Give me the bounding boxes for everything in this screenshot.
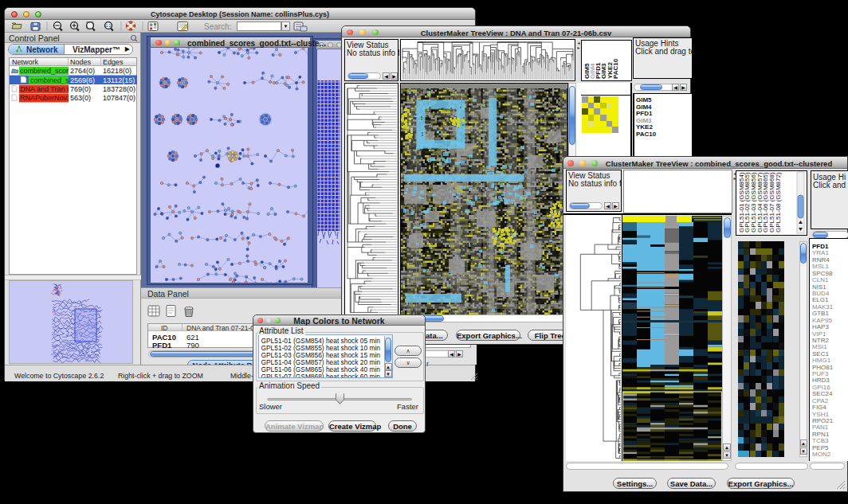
- svg-text:563(0): 563(0): [70, 94, 91, 102]
- svg-text:PAC10: PAC10: [612, 58, 619, 79]
- svg-text:2764(0): 2764(0): [70, 66, 95, 74]
- svg-text:107847(0): 107847(0): [103, 94, 135, 102]
- svg-text:183728(0): 183728(0): [103, 84, 135, 92]
- svg-text:GPL51-08 (GSM872): GPL51-08 (GSM872): [775, 172, 782, 232]
- svg-text:DNA and Tran 07: DNA and Tran 07: [20, 84, 75, 92]
- svg-text:13112(15): 13112(15): [103, 76, 135, 84]
- svg-text:2569(6): 2569(6): [70, 76, 95, 84]
- svg-text:769(0): 769(0): [70, 84, 91, 92]
- svg-text:RNAPuberNov2+!: RNAPuberNov2+!: [20, 94, 77, 102]
- svg-text:16218(0): 16218(0): [103, 66, 132, 74]
- svg-text:1:1: 1:1: [106, 24, 112, 28]
